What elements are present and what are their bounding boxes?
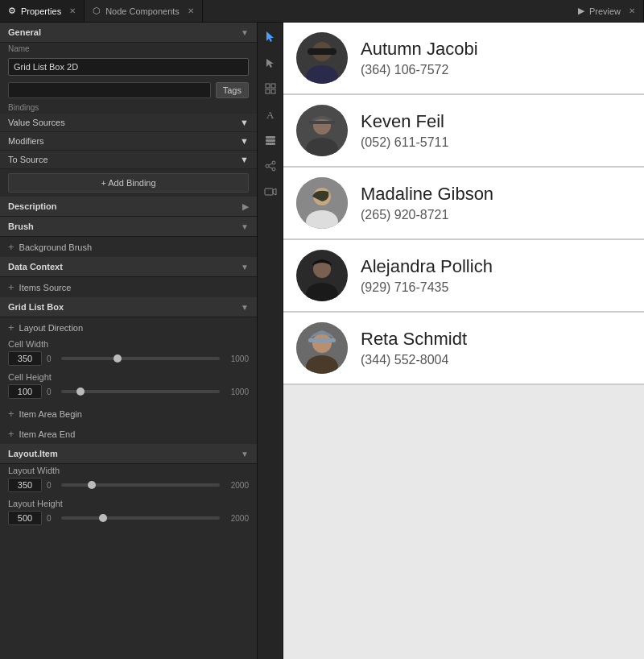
section-data-context[interactable]: Data Context ▼: [0, 257, 257, 277]
layout-width-slider[interactable]: [61, 483, 220, 487]
layout-height-zero: 0: [47, 514, 56, 523]
tags-button[interactable]: Tags: [216, 82, 249, 98]
cell-height-value[interactable]: [8, 384, 42, 399]
svg-rect-7: [266, 143, 275, 145]
svg-text:A: A: [266, 109, 275, 121]
main-layout: General ▼ Name Tags Bindings Value Sourc…: [0, 23, 644, 659]
tab-properties-close[interactable]: ✕: [69, 6, 76, 15]
cursor-tool-button[interactable]: [259, 26, 282, 48]
list-item: Reta Schmidt(344) 552-8004: [283, 313, 644, 385]
tab-node-close[interactable]: ✕: [188, 6, 194, 15]
item-area-begin-label: Item Area Begin: [19, 409, 82, 419]
grid-icon: [264, 82, 277, 95]
cell-width-slider[interactable]: [61, 357, 220, 360]
tab-node-label: Node Components: [105, 6, 180, 16]
share-icon: [264, 160, 277, 172]
layers-tool-button[interactable]: [259, 129, 282, 151]
background-brush-row[interactable]: + Background Brush: [0, 237, 257, 257]
item-area-end-row[interactable]: + Item Area End: [0, 424, 257, 444]
contact-name: Autumn Jacobi: [361, 39, 478, 60]
cell-width-container: Cell Width 0 1000: [0, 338, 257, 371]
chevron-down-icon-brush: ▼: [241, 222, 249, 231]
tab-node-components[interactable]: ⬡ Node Components ✕: [85, 0, 203, 22]
contact-info: Keven Feil(052) 611-5711: [361, 111, 448, 150]
svg-marker-14: [273, 189, 276, 195]
cell-width-zero: 0: [47, 354, 56, 363]
layout-height-value[interactable]: [8, 511, 42, 525]
avatar: [296, 105, 348, 156]
grid-tool-button[interactable]: [259, 77, 282, 100]
share-tool-button[interactable]: [259, 155, 282, 177]
section-description[interactable]: Description ▶: [0, 197, 257, 217]
contact-phone: (364) 106-7572: [361, 63, 478, 77]
section-general[interactable]: General ▼: [0, 23, 257, 43]
svg-point-10: [272, 168, 275, 171]
contact-info: Autumn Jacobi(364) 106-7572: [361, 39, 478, 77]
item-area-end-label: Item Area End: [19, 429, 76, 439]
layout-width-label: Layout Width: [8, 466, 249, 475]
layout-width-value[interactable]: [8, 478, 42, 492]
tab-preview[interactable]: ▶ Preview ✕: [570, 0, 644, 22]
tab-preview-close[interactable]: ✕: [629, 6, 635, 15]
cell-height-slider[interactable]: [61, 390, 220, 393]
tab-bar: ⚙ Properties ✕ ⬡ Node Components ✕ ▶ Pre…: [0, 0, 644, 23]
preview-icon: ▶: [578, 6, 584, 16]
bindings-label: Bindings: [0, 102, 257, 114]
svg-rect-6: [266, 139, 275, 142]
svg-rect-1: [271, 84, 275, 88]
chevron-down-icon-li: ▼: [241, 450, 249, 458]
video-tool-button[interactable]: [259, 180, 282, 203]
subsection-value-sources[interactable]: Value Sources ▼: [0, 114, 257, 132]
layout-height-max: 2000: [225, 514, 249, 523]
section-grid-list-box[interactable]: Grid List Box ▼: [0, 297, 257, 317]
items-source-row[interactable]: + Items Source: [0, 277, 257, 297]
name-label: Name: [0, 43, 257, 55]
avatar: [296, 32, 348, 84]
cell-width-row: 0 1000: [8, 351, 249, 366]
svg-rect-3: [271, 89, 275, 93]
data-context-label: Data Context: [8, 262, 63, 271]
section-layout-item[interactable]: Layout.Item ▼: [0, 444, 257, 464]
avatar: [296, 250, 348, 301]
cell-height-max: 1000: [225, 388, 249, 396]
svg-rect-13: [265, 189, 273, 195]
value-sources-label: Value Sources: [8, 118, 65, 127]
select-icon: [264, 56, 277, 69]
tab-properties[interactable]: ⚙ Properties ✕: [0, 0, 85, 22]
cell-height-row: 0 1000: [8, 384, 249, 399]
layout-width-container: Layout Width 0 2000: [0, 464, 257, 497]
item-area-begin-row[interactable]: + Item Area Begin: [0, 404, 257, 424]
cell-height-zero: 0: [47, 388, 56, 396]
layout-height-label: Layout Height: [8, 499, 249, 508]
section-brush[interactable]: Brush ▼: [0, 217, 257, 237]
properties-icon: ⚙: [8, 6, 16, 16]
contact-info: Madaline Gibson(265) 920-8721: [361, 184, 493, 222]
chevron-down-icon-vs: ▼: [240, 118, 249, 127]
select-tool-button[interactable]: [259, 52, 282, 74]
cell-width-value[interactable]: [8, 351, 42, 366]
layout-height-slider[interactable]: [61, 516, 220, 520]
cell-width-max: 1000: [225, 354, 249, 363]
arrow-right-icon: ▶: [242, 202, 249, 211]
chevron-down-icon-glb: ▼: [241, 303, 249, 312]
list-item: Autumn Jacobi(364) 106-7572: [283, 23, 644, 95]
plus-icon-iae: +: [8, 428, 14, 440]
general-label: General: [8, 27, 41, 37]
list-item: Alejandra Pollich(929) 716-7435: [283, 240, 644, 313]
tags-row: Tags: [0, 79, 257, 102]
subsection-to-source[interactable]: To Source ▼: [0, 151, 257, 169]
cell-height-container: Cell Height 0 1000: [0, 371, 257, 404]
tags-input[interactable]: [8, 82, 211, 98]
contact-name: Alejandra Pollich: [361, 256, 493, 277]
plus-icon-bg: +: [8, 241, 14, 253]
contact-name: Madaline Gibson: [361, 184, 493, 205]
layout-direction-label: Layout Direction: [19, 323, 84, 333]
plus-icon-is: +: [8, 281, 14, 293]
subsection-modifiers[interactable]: Modifiers ▼: [0, 132, 257, 151]
name-input[interactable]: [8, 58, 249, 76]
text-tool-button[interactable]: A: [259, 103, 282, 126]
contact-name: Keven Feil: [361, 111, 448, 132]
cursor-icon: [264, 31, 277, 44]
layout-direction-row[interactable]: + Layout Direction: [0, 317, 257, 338]
add-binding-button[interactable]: + Add Binding: [8, 173, 249, 193]
